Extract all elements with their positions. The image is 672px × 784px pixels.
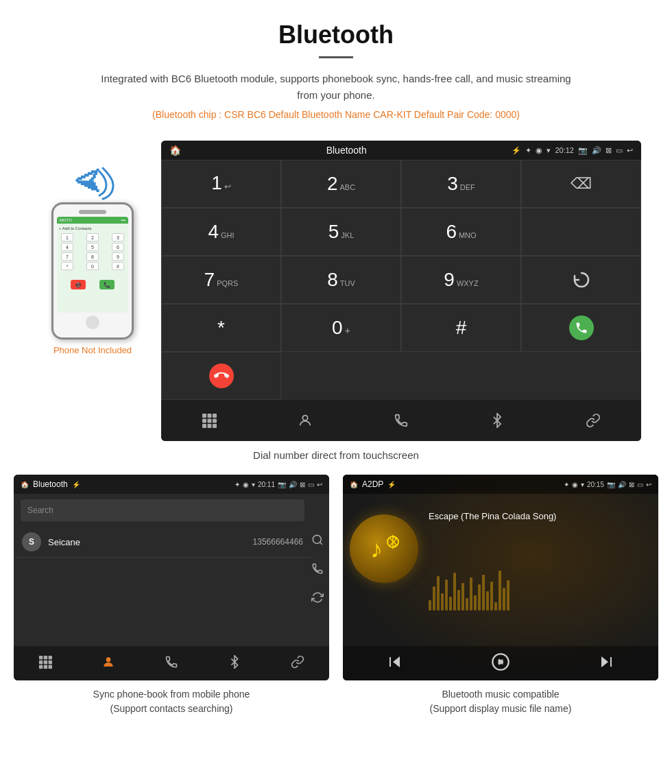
key-8[interactable]: 8 TUV: [281, 256, 401, 304]
music-screenshot: 🏠 A2DP ⚡ ✦ ◉ ▾ 20:15 📷 🔊 ⊠ ▭ ↩: [343, 475, 658, 680]
music-close-icon: ⊠: [629, 481, 634, 488]
music-bt-icon: ✦: [564, 481, 569, 488]
pb-time: 20:11: [258, 481, 275, 488]
bluetooth-info: (Bluetooth chip : CSR BC6 Default Blueto…: [27, 109, 645, 120]
svg-marker-31: [601, 656, 608, 667]
backspace-button[interactable]: ⌫: [571, 175, 592, 193]
key-7[interactable]: 7 PQRS: [161, 256, 281, 304]
music-home-icon: 🏠: [350, 481, 358, 488]
key-4[interactable]: 4 GHI: [161, 208, 281, 256]
pb-nav-bluetooth[interactable]: [228, 655, 241, 672]
dialpad-title: Bluetooth: [326, 145, 367, 156]
phone-container: ⮘ MOTO ▪▪▪ + Add to Contacts 123: [31, 161, 154, 355]
pb-call-action-icon[interactable]: [311, 562, 324, 578]
next-button[interactable]: [598, 654, 614, 674]
phone-frame: MOTO ▪▪▪ + Add to Contacts 123 456 789: [51, 202, 134, 340]
reload-cell[interactable]: [521, 256, 641, 304]
svg-marker-25: [393, 656, 400, 667]
title-divider: [319, 56, 353, 58]
play-pause-button[interactable]: [491, 652, 510, 675]
pb-sync-action-icon[interactable]: [311, 591, 324, 606]
key-1[interactable]: 1 ↩: [161, 160, 281, 208]
dialpad-grid: 1 ↩ 2 ABC 3 DEF ⌫ 4 GHI: [161, 160, 641, 400]
screen-icon: ▭: [616, 146, 623, 155]
phone-screen: MOTO ▪▪▪ + Add to Contacts 123 456 789: [57, 217, 128, 313]
pb-bt-icon: ✦: [235, 481, 240, 488]
music-scr-icon: ▭: [637, 481, 643, 488]
music-info: Escape (The Pina Colada Song): [429, 501, 556, 639]
svg-rect-2: [208, 414, 212, 418]
key-6[interactable]: 6 MNO: [401, 208, 521, 256]
key-9[interactable]: 9 WXYZ: [401, 256, 521, 304]
key-3[interactable]: 3 DEF: [401, 160, 521, 208]
music-cam-icon: 📷: [607, 481, 615, 488]
pb-search-action-icon[interactable]: [311, 534, 324, 549]
phone-speaker: [79, 210, 106, 214]
pb-bottom-nav: [14, 646, 329, 680]
page-header: Bluetooth Integrated with BC6 Bluetooth …: [0, 0, 672, 141]
call-green-icon: [569, 316, 594, 340]
svg-rect-9: [213, 424, 217, 428]
status-time: 20:12: [555, 146, 574, 154]
hangup-icon: [209, 364, 234, 388]
svg-rect-15: [49, 655, 52, 658]
svg-point-22: [106, 657, 111, 662]
dialpad-nav-phone[interactable]: [353, 400, 449, 441]
music-controls: [343, 646, 658, 680]
music-vol-icon: 🔊: [618, 481, 626, 488]
dialpad-nav-bluetooth[interactable]: [449, 400, 545, 441]
dialpad-caption: Dial number direct from touchscreen: [0, 449, 672, 461]
dialpad-screen: 🏠 Bluetooth ⚡ ✦ ◉ ▾ 20:12 📷 🔊 ⊠ ▭ ↩ 1 ↩: [161, 141, 641, 441]
contact-avatar: S: [22, 532, 41, 551]
prev-button[interactable]: [387, 654, 403, 674]
dialpad-bottom-nav: [161, 400, 641, 441]
hangup-button[interactable]: [161, 352, 281, 400]
display-area-2: [521, 208, 641, 256]
svg-rect-13: [39, 655, 43, 658]
pb-search-bar[interactable]: Search: [21, 499, 304, 521]
key-star[interactable]: *: [161, 304, 281, 352]
key-5[interactable]: 5 JKL: [281, 208, 401, 256]
dialpad-nav-contacts[interactable]: [257, 400, 353, 441]
svg-rect-21: [49, 665, 52, 668]
contact-name: Seicane: [48, 537, 253, 547]
equalizer: [429, 569, 556, 610]
music-caption: Bluetooth music compatible (Support disp…: [343, 687, 658, 716]
pb-cam-icon: 📷: [278, 481, 286, 488]
svg-rect-6: [213, 419, 217, 423]
back-icon: ↩: [627, 146, 633, 155]
wifi-icon: ▾: [547, 146, 551, 155]
music-title: A2DP: [362, 479, 383, 489]
pb-nav-person[interactable]: [101, 655, 115, 672]
close-box-icon: ⊠: [605, 146, 612, 155]
pb-close-icon: ⊠: [300, 481, 305, 488]
pb-nav-link[interactable]: [291, 655, 304, 672]
call-button[interactable]: [521, 304, 641, 352]
music-content: ♪ Escape (The Pina Colada Song): [343, 494, 658, 646]
pb-loc-icon: ◉: [243, 481, 249, 488]
key-0[interactable]: 0 +: [281, 304, 401, 352]
svg-rect-16: [39, 660, 43, 663]
phone-not-included-label: Phone Not Included: [53, 345, 132, 355]
svg-rect-7: [202, 424, 206, 428]
key-2[interactable]: 2 ABC: [281, 160, 401, 208]
svg-rect-18: [49, 660, 52, 663]
dialpad-nav-grid[interactable]: [161, 400, 257, 441]
svg-rect-8: [208, 424, 212, 428]
svg-rect-19: [39, 665, 43, 668]
camera-icon: 📷: [578, 146, 588, 155]
pb-usb-icon: ⚡: [72, 481, 80, 488]
key-hash[interactable]: #: [401, 304, 521, 352]
music-usb-icon: ⚡: [387, 481, 396, 488]
pb-nav-phone[interactable]: [165, 655, 178, 672]
phonebook-caption: Sync phone-book from mobile phone (Suppo…: [14, 687, 329, 716]
dialpad-nav-link[interactable]: [545, 400, 641, 441]
middle-section: ⮘ MOTO ▪▪▪ + Add to Contacts 123: [0, 141, 672, 441]
pb-nav-grid[interactable]: [38, 655, 52, 672]
contact-row: S Seicane 13566664466: [14, 527, 311, 558]
music-loc-icon: ◉: [572, 481, 578, 488]
svg-rect-1: [202, 414, 206, 418]
page-title: Bluetooth: [27, 21, 645, 49]
home-icon: 🏠: [169, 145, 181, 156]
album-art-icon: ♪: [367, 532, 401, 566]
